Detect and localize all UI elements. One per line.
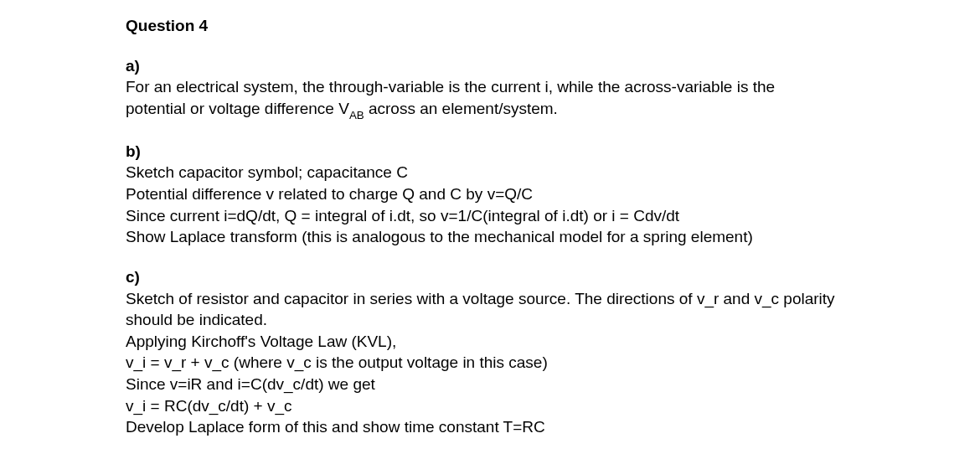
section-b-line-3: Show Laplace transform (this is analogou… [126, 226, 854, 248]
section-b-label: b) [126, 141, 854, 163]
section-b-line-0: Sketch capacitor symbol; capacitance C [126, 162, 854, 183]
section-b-line-1: Potential difference v related to charge… [126, 183, 854, 205]
section-c-label: c) [126, 266, 854, 288]
question-title: Question 4 [126, 15, 854, 37]
section-c-line-1: should be indicated. [126, 309, 854, 331]
section-b-line-2: Since current i=dQ/dt, Q = integral of i… [126, 205, 854, 227]
section-c-line-6: Develop Laplace form of this and show ti… [126, 416, 854, 438]
section-c-line-2: Applying Kirchoff's Voltage Law (KVL), [126, 331, 854, 353]
section-c: c) Sketch of resistor and capacitor in s… [126, 266, 854, 438]
section-a-label: a) [126, 55, 854, 77]
section-c-line-4: Since v=iR and i=C(dv_c/dt) we get [126, 374, 854, 395]
section-c-line-0: Sketch of resistor and capacitor in seri… [126, 288, 854, 310]
section-a: a) For an electrical system, the through… [126, 55, 854, 122]
section-a-line-0: For an electrical system, the through-va… [126, 76, 854, 98]
section-c-line-5: v_i = RC(dv_c/dt) + v_c [126, 395, 854, 417]
section-a-line-1: potential or voltage difference VAB acro… [126, 98, 854, 122]
section-b: b) Sketch capacitor symbol; capacitance … [126, 141, 854, 248]
section-c-line-3: v_i = v_r + v_c (where v_c is the output… [126, 352, 854, 374]
